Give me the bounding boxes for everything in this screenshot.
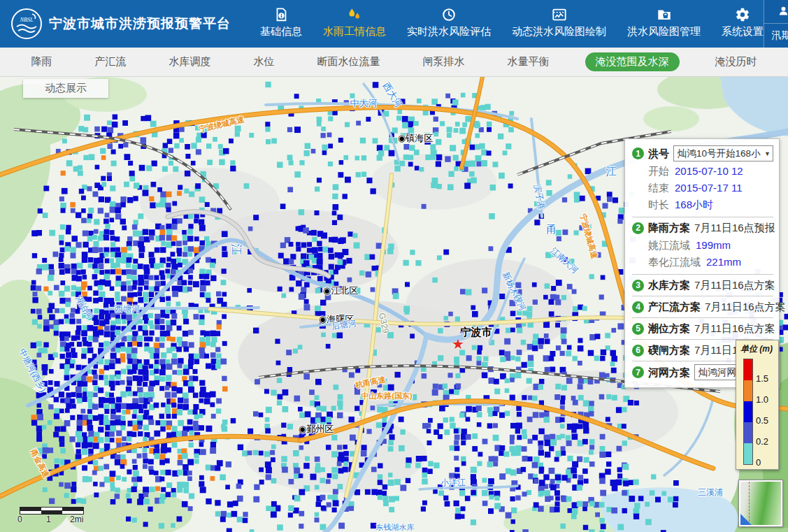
scheme-select-value: 灿鸿10号开始168小 — [678, 146, 761, 161]
legend-tick-label: 0 — [756, 457, 761, 468]
map-label-river: 新杨木碶河 — [499, 270, 529, 312]
scheme-section-1: 1洪号灿鸿10号开始168小▼开始2015-07-10 12结束2015-07-… — [632, 143, 773, 217]
scheme-value: 7月11日16点方案 — [694, 321, 775, 336]
map-label-river: 江南大河 — [547, 245, 580, 277]
app-logo: NBSL — [11, 8, 42, 39]
sub-nav-item-8[interactable]: 淹没历时 — [708, 52, 764, 71]
map-label-river: 西大河 — [380, 80, 405, 110]
detail-value: 2015-07-17 11 — [675, 180, 742, 195]
map-label-road: 宁波绕城高速 — [578, 213, 600, 260]
sub-nav-item-5[interactable]: 闸泵排水 — [416, 52, 472, 71]
step-number-badge: 6 — [632, 345, 644, 357]
scheme-value: 7月11日16点方案 — [694, 278, 775, 293]
legend-tick-label: 1.0 — [756, 394, 768, 405]
scheme-detail-row: 奉化江流域221mm — [648, 254, 773, 269]
map-label-river: 中塘河(西乡) — [16, 347, 49, 394]
sub-nav-item-1[interactable]: 产汇流 — [88, 52, 134, 71]
scheme-value: 7月11日16点预报 — [694, 220, 775, 236]
legend-color-bar — [743, 359, 753, 465]
depth-legend: 单位 (m) 1.51.00.50.20 — [736, 340, 779, 470]
step-number-badge: 5 — [632, 323, 644, 335]
user-icon — [778, 5, 788, 19]
map-label-road: 杭甬高速 — [354, 374, 387, 391]
scheme-detail-row: 结束2015-07-17 11 — [648, 180, 773, 195]
top-nav-item-3[interactable]: 动态洪水风险图绘制 — [512, 6, 606, 43]
overview-minimap[interactable] — [738, 480, 783, 527]
sub-nav-item-4[interactable]: 断面水位流量 — [310, 52, 387, 71]
top-nav-label: 实时洪水风险评估 — [407, 25, 491, 38]
top-nav-label: 系统设置 — [722, 25, 764, 38]
scheme-label: 河网方案 — [648, 365, 690, 380]
legend-tick-label: 0.2 — [756, 436, 768, 447]
flood-period-button[interactable]: 汛期 — [764, 24, 788, 48]
scheme-label: 产汇流方案 — [648, 299, 701, 315]
sub-nav-item-6[interactable]: 水量平衡 — [501, 52, 557, 71]
detail-value: 221mm — [706, 254, 741, 269]
page-title: 宁波市城市洪涝预报预警平台 — [49, 15, 231, 33]
legend-segment — [744, 422, 752, 443]
detail-value: 2015-07-10 12 — [675, 164, 743, 178]
map-label-river: 西塘河 — [115, 303, 140, 315]
legend-tick-label: 1.5 — [756, 373, 768, 384]
scheme-detail-row: 时长168小时 — [648, 197, 773, 212]
legend-segment — [744, 380, 752, 401]
sub-nav-item-0[interactable]: 降雨 — [24, 52, 59, 71]
map-label-river: 中大河 — [350, 97, 378, 110]
scheme-select[interactable]: 灿鸿10号开始168小▼ — [673, 145, 773, 161]
detail-key: 姚江流域 — [648, 238, 690, 252]
map-label-river: 滨子港 — [531, 184, 547, 211]
city-star-icon: ★ — [452, 336, 464, 352]
risk-chart-icon — [551, 6, 568, 22]
map-label-river: 江 — [606, 165, 617, 178]
scheme-label: 水库方案 — [648, 278, 690, 293]
map-label-river: 后塘河 — [331, 317, 357, 333]
minimap-collapse-button[interactable] — [740, 514, 752, 525]
map-label-city: 宁波市 — [461, 326, 492, 339]
scheme-label: 潮位方案 — [648, 321, 690, 336]
sub-nav-item-3[interactable]: 水位 — [247, 52, 282, 71]
legend-segment — [744, 401, 752, 422]
user-menu-button[interactable]: 管理员 — [764, 0, 788, 24]
map-label-river: 甬 — [547, 223, 557, 236]
top-nav-item-4[interactable]: 洪水风险图管理 — [627, 6, 701, 43]
scheme-label: 降雨方案 — [648, 220, 690, 236]
scheme-label: 洪号 — [648, 146, 669, 161]
folder-lock-icon — [656, 6, 673, 22]
detail-key: 奉化江流域 — [648, 254, 701, 269]
top-nav-label: 动态洪水风险图绘制 — [512, 25, 606, 38]
top-nav-label: 洪水风险图管理 — [627, 25, 701, 38]
map-label-river: 东钱湖水库 — [376, 522, 415, 532]
top-nav-label: 水雨工情信息 — [323, 25, 386, 38]
logo-waves-icon — [13, 10, 41, 38]
step-number-badge: 4 — [632, 301, 644, 313]
clock-icon — [441, 6, 457, 22]
detail-value: 199mm — [696, 238, 731, 252]
map-label-road: 宁波绕城高速 — [198, 114, 245, 134]
top-nav-item-5[interactable]: 系统设置 — [722, 6, 764, 43]
map-label-road: 中山东路(国东) — [361, 391, 412, 401]
map-label-road: 甬金高速 — [28, 447, 52, 480]
scheme-value: 7月11日16点方案 — [705, 299, 786, 315]
map-label-district: ◉镇海区 — [398, 132, 433, 145]
header-bar: NBSL 宁波市城市洪涝预报预警平台 基础信息水雨工情信息实时洪水风险评估动态洪… — [0, 0, 788, 48]
sub-nav-item-7[interactable]: 淹没范围及水深 — [585, 52, 680, 71]
legend-tick-label: 0.5 — [756, 415, 768, 426]
map-viewport[interactable]: ◉镇海区◉江北区◉海曙区◉鄞州区宁波市中大河西大河滨子港后塘河湖泊河中塘河(西乡… — [0, 77, 788, 532]
sub-nav-item-2[interactable]: 水库调度 — [162, 52, 218, 71]
map-label-roadnum: G329 — [377, 312, 391, 334]
dynamic-display-button[interactable]: 动态展示 — [23, 79, 108, 98]
legend-title: 单位 (m) — [740, 343, 778, 355]
map-label-river: 三溪浦 — [698, 487, 723, 498]
top-nav-item-2[interactable]: 实时洪水风险评估 — [407, 6, 491, 43]
map-label-river: 江 — [229, 244, 243, 255]
scale-tick: 2mi — [70, 515, 83, 524]
map-label-river: 小洋江 — [440, 477, 466, 489]
scheme-section-4: 4产汇流方案7月11日16点方案 — [632, 296, 773, 317]
legend-segment — [744, 443, 752, 464]
scheme-detail-row: 开始2015-07-10 12 — [648, 164, 773, 178]
top-nav-item-0[interactable]: 基础信息 — [260, 6, 302, 43]
scale-tick: 1 — [46, 515, 51, 524]
scheme-detail-row: 姚江流域199mm — [648, 238, 773, 252]
gear-icon — [735, 6, 750, 22]
top-nav-item-1[interactable]: 水雨工情信息 — [323, 6, 386, 43]
